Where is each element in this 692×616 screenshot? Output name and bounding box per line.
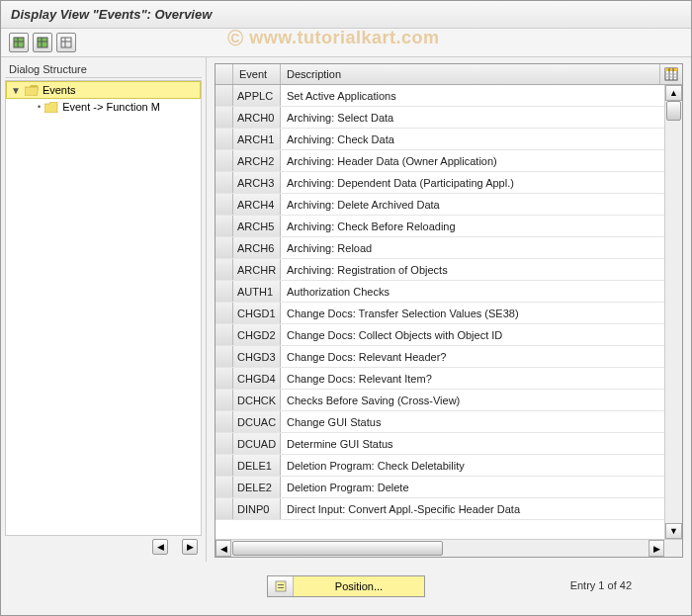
- event-cell: CHGD3: [233, 346, 281, 367]
- svg-rect-3: [38, 38, 47, 47]
- description-cell: Deletion Program: Delete: [281, 477, 682, 497]
- row-selector[interactable]: [216, 498, 233, 519]
- vscroll-track[interactable]: [665, 101, 682, 523]
- table-row[interactable]: ARCH0Archiving: Select Data: [216, 107, 682, 129]
- event-cell: DCHCK: [233, 390, 281, 410]
- event-cell: DELE1: [233, 455, 281, 476]
- event-cell: DCUAC: [233, 411, 281, 432]
- row-selector[interactable]: [216, 346, 233, 367]
- table-row[interactable]: DCHCKChecks Before Saving (Cross-View): [216, 390, 682, 411]
- description-cell: Change Docs: Relevant Item?: [281, 368, 682, 389]
- hscroll-track[interactable]: [231, 540, 649, 557]
- row-selector[interactable]: [216, 237, 233, 258]
- table-row[interactable]: ARCH5Archiving: Check Before Reloading: [216, 216, 682, 237]
- description-cell: Archiving: Registration of Objects: [281, 259, 682, 280]
- scroll-right-icon[interactable]: ▶: [182, 539, 198, 555]
- description-cell: Determine GUI Status: [281, 433, 682, 454]
- table-row[interactable]: DINP0Direct Input: Convert Appl.-Specifi…: [216, 498, 682, 520]
- row-selector[interactable]: [216, 194, 233, 215]
- description-cell: Archiving: Header Data (Owner Applicatio…: [281, 150, 682, 171]
- table-row[interactable]: ARCH4Archiving: Delete Archived Data: [216, 194, 682, 216]
- expand-icon[interactable]: ▼: [11, 85, 21, 96]
- table-row[interactable]: DCUACChange GUI Status: [216, 411, 682, 433]
- table-row[interactable]: CHGD4Change Docs: Relevant Item?: [216, 368, 682, 390]
- table-row[interactable]: ARCH2Archiving: Header Data (Owner Appli…: [216, 150, 682, 172]
- description-cell: Deletion Program: Check Deletability: [281, 455, 682, 476]
- row-selector[interactable]: [216, 433, 233, 454]
- column-header-description[interactable]: Description: [281, 64, 660, 84]
- table-outline-icon: [60, 37, 72, 48]
- description-cell: Archiving: Select Data: [281, 107, 682, 128]
- tree-item-label: Events: [43, 84, 76, 96]
- position-label: Position...: [294, 580, 424, 592]
- table-settings-icon: [664, 67, 678, 81]
- events-table: Event Description APPLCSet Active Applic…: [215, 63, 683, 558]
- description-cell: Checks Before Saving (Cross-View): [281, 390, 682, 410]
- svg-marker-10: [25, 87, 39, 96]
- tree-item-event-function[interactable]: • Event -> Function M: [6, 99, 201, 115]
- row-selector[interactable]: [216, 324, 233, 345]
- vscroll-thumb[interactable]: [666, 101, 681, 121]
- event-cell: APPLC: [233, 85, 281, 106]
- scroll-up-icon[interactable]: ▲: [665, 85, 682, 101]
- folder-open-icon: [25, 85, 39, 96]
- table-row[interactable]: AUTH1Authorization Checks: [216, 281, 682, 303]
- table-row[interactable]: DCUADDetermine GUI Status: [216, 433, 682, 455]
- table-row[interactable]: DELE1Deletion Program: Check Deletabilit…: [216, 455, 682, 477]
- description-cell: Direct Input: Convert Appl.-Specific Hea…: [281, 498, 682, 519]
- description-cell: Change GUI Status: [281, 411, 682, 432]
- table-row[interactable]: CHGD1Change Docs: Transfer Selection Val…: [216, 303, 682, 324]
- table-row[interactable]: APPLCSet Active Applications: [216, 85, 682, 107]
- row-selector[interactable]: [216, 455, 233, 476]
- sidebar-title: Dialog Structure: [5, 61, 202, 78]
- table-row[interactable]: CHGD2Change Docs: Collect Objects with O…: [216, 324, 682, 346]
- row-selector[interactable]: [216, 477, 233, 497]
- event-cell: CHGD1: [233, 303, 281, 323]
- table-row[interactable]: ARCH6Archiving: Reload: [216, 237, 682, 259]
- table-row[interactable]: DELE2Deletion Program: Delete: [216, 477, 682, 498]
- event-cell: ARCHR: [233, 259, 281, 280]
- configure-columns-button[interactable]: [660, 64, 682, 84]
- scroll-left-icon[interactable]: ◀: [152, 539, 168, 555]
- row-selector[interactable]: [216, 303, 233, 323]
- row-selector[interactable]: [216, 368, 233, 389]
- row-selector[interactable]: [216, 107, 233, 128]
- event-cell: ARCH0: [233, 107, 281, 128]
- toolbar-btn-1[interactable]: [9, 33, 29, 52]
- toolbar-btn-3[interactable]: [56, 33, 76, 52]
- event-cell: ARCH1: [233, 129, 281, 149]
- description-cell: Archiving: Delete Archived Data: [281, 194, 682, 215]
- table-icon: [37, 37, 48, 48]
- column-header-event[interactable]: Event: [233, 64, 281, 84]
- scroll-right-icon[interactable]: ▶: [649, 540, 664, 557]
- description-cell: Archiving: Check Before Reloading: [281, 216, 682, 236]
- event-cell: DINP0: [233, 498, 281, 519]
- table-row[interactable]: ARCH1Archiving: Check Data: [216, 129, 682, 150]
- table-hscroll[interactable]: ◀ ▶: [216, 539, 682, 557]
- row-selector[interactable]: [216, 150, 233, 171]
- row-selector[interactable]: [216, 129, 233, 149]
- position-button[interactable]: Position...: [267, 575, 425, 597]
- event-cell: ARCH6: [233, 237, 281, 258]
- svg-rect-0: [14, 38, 24, 47]
- row-selector[interactable]: [216, 411, 233, 432]
- select-column-header[interactable]: [216, 64, 233, 84]
- row-selector[interactable]: [216, 259, 233, 280]
- description-cell: Change Docs: Relevant Header?: [281, 346, 682, 367]
- table-row[interactable]: ARCHRArchiving: Registration of Objects: [216, 259, 682, 281]
- tree-item-events[interactable]: ▼ Events: [6, 81, 201, 99]
- description-cell: Archiving: Dependent Data (Participating…: [281, 172, 682, 193]
- scroll-down-icon[interactable]: ▼: [665, 523, 682, 539]
- position-icon: [268, 576, 294, 596]
- row-selector[interactable]: [216, 172, 233, 193]
- row-selector[interactable]: [216, 390, 233, 410]
- table-icon: [13, 37, 25, 48]
- table-vscroll[interactable]: ▲ ▼: [664, 85, 682, 539]
- toolbar-btn-2[interactable]: [33, 33, 52, 52]
- table-row[interactable]: ARCH3Archiving: Dependent Data (Particip…: [216, 172, 682, 194]
- scroll-left-icon[interactable]: ◀: [216, 540, 231, 557]
- row-selector[interactable]: [216, 281, 233, 302]
- row-selector[interactable]: [216, 216, 233, 236]
- table-row[interactable]: CHGD3Change Docs: Relevant Header?: [216, 346, 682, 368]
- row-selector[interactable]: [216, 85, 233, 106]
